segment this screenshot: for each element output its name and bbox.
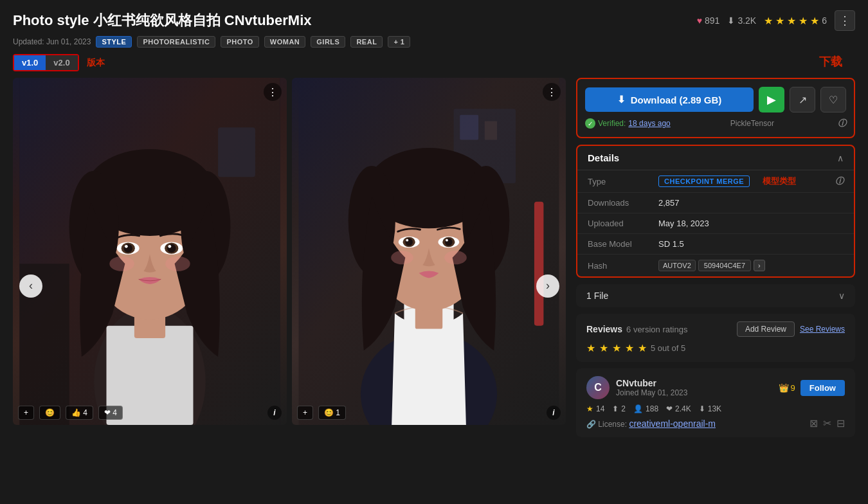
tag-style[interactable]: STYLE bbox=[96, 36, 132, 48]
verified-badge: ✓ Verified: 18 days ago bbox=[585, 118, 671, 129]
author-stats: ★ 14 ⬆ 2 👤 188 ❤ 2.4K bbox=[586, 404, 845, 413]
license-info: 🔗 License: creativeml-openrail-m bbox=[586, 419, 716, 429]
see-reviews-link[interactable]: See Reviews bbox=[800, 325, 845, 334]
svg-rect-25 bbox=[534, 202, 543, 326]
verified-time-link[interactable]: 18 days ago bbox=[628, 119, 670, 128]
author-info: CNvtuber Joined May 01, 2023 bbox=[616, 378, 772, 397]
image1-heart-button[interactable]: ❤ 4 bbox=[98, 406, 123, 420]
review-star-1: ★ bbox=[586, 342, 595, 354]
stat-downloads-icon: ⬇ bbox=[699, 404, 705, 413]
star-3: ★ bbox=[787, 15, 796, 27]
image1-emoji-button[interactable]: 😊 bbox=[39, 406, 60, 420]
svg-point-13 bbox=[124, 244, 133, 253]
tag-woman[interactable]: WOMAN bbox=[264, 36, 306, 48]
detail-row-hash: Hash AUTOV2 509404C4E7 › bbox=[577, 255, 854, 276]
download-section: ⬇ Download (2.89 GB) ▶ ↗ ♡ ✓ Verified: 1… bbox=[576, 78, 855, 138]
image2-menu-button[interactable]: ⋮ bbox=[543, 83, 561, 101]
author-stat-uploads: ⬆ 2 bbox=[612, 404, 626, 413]
license-row: 🔗 License: creativeml-openrail-m ⊠ ✂ ⊟ bbox=[586, 413, 845, 429]
files-title: 1 File bbox=[586, 291, 608, 301]
stat-likes-value: 2.4K bbox=[675, 404, 691, 413]
star-5: ★ bbox=[810, 15, 819, 27]
checkpoint-badge: CHECKPOINT MERGE bbox=[658, 176, 750, 187]
type-info-icon[interactable]: ⓘ bbox=[835, 176, 844, 187]
star-1: ★ bbox=[764, 15, 773, 27]
save-button[interactable]: ♡ bbox=[820, 87, 846, 113]
tag-girls[interactable]: GIRLS bbox=[311, 36, 345, 48]
author-stat-rating: ★ 14 bbox=[586, 404, 604, 413]
star-2: ★ bbox=[775, 15, 784, 27]
pickle-info-icon[interactable]: ⓘ bbox=[838, 118, 846, 129]
image2-info-button[interactable]: i bbox=[547, 406, 561, 420]
svg-point-17 bbox=[167, 244, 176, 253]
download-button[interactable]: ⬇ Download (2.89 GB) bbox=[585, 87, 754, 112]
review-star-3: ★ bbox=[612, 342, 621, 354]
detail-label-downloads: Downloads bbox=[588, 198, 658, 208]
detail-value-uploaded: May 18, 2023 bbox=[658, 219, 844, 228]
hash-value-display: 509404C4E7 bbox=[698, 260, 751, 271]
svg-point-41 bbox=[446, 239, 448, 242]
reviews-subtitle: 6 version ratings bbox=[626, 325, 687, 334]
author-stat-followers: 👤 188 bbox=[633, 404, 658, 413]
image1-info-button[interactable]: i bbox=[267, 406, 282, 420]
image2-emoji-button[interactable]: 😊 1 bbox=[318, 406, 346, 420]
detail-label-type: Type bbox=[588, 177, 658, 186]
model-type-annotation: 模型类型 bbox=[763, 176, 796, 187]
stat-followers-value: 188 bbox=[646, 404, 658, 413]
files-section[interactable]: 1 File ∨ bbox=[576, 284, 855, 307]
reviews-stars-row: ★ ★ ★ ★ ★ 5 out of 5 bbox=[586, 342, 845, 354]
details-chevron-icon: ∧ bbox=[837, 153, 844, 163]
tag-real[interactable]: REAL bbox=[350, 36, 383, 48]
image1-add-button[interactable]: + bbox=[18, 406, 34, 420]
pickle-tensor-label: PickleTensor bbox=[730, 119, 774, 128]
download-stat: ⬇ 3.2K bbox=[727, 15, 756, 26]
carousel-next-button[interactable]: › bbox=[536, 274, 559, 298]
add-review-button[interactable]: Add Review bbox=[737, 321, 795, 337]
author-section: C CNvtuber Joined May 01, 2023 👑 9 Follo… bbox=[576, 368, 855, 437]
tag-photorealistic[interactable]: PHOTOREALISTIC bbox=[137, 36, 215, 48]
version-label: 版本 bbox=[87, 57, 105, 69]
image1-thumbs-button[interactable]: 👍 4 bbox=[66, 406, 93, 420]
tag-more[interactable]: + 1 bbox=[388, 36, 410, 48]
author-stat-likes: ❤ 2.4K bbox=[666, 404, 691, 413]
svg-point-14 bbox=[125, 245, 128, 248]
crown-badge: 👑 9 bbox=[779, 383, 795, 393]
license-link[interactable]: creativeml-openrail-m bbox=[629, 419, 716, 429]
carousel-prev-button[interactable]: ‹ bbox=[19, 274, 42, 298]
author-name: CNvtuber bbox=[616, 378, 772, 388]
download-count-icon: ⬇ bbox=[727, 15, 735, 26]
version-v2-button[interactable]: v2.0 bbox=[46, 55, 77, 70]
detail-row-type: Type CHECKPOINT MERGE 模型类型 ⓘ bbox=[577, 170, 854, 193]
detail-label-base-model: Base Model bbox=[588, 239, 658, 249]
usage-icon-3: ⊟ bbox=[836, 417, 845, 429]
image1-menu-button[interactable]: ⋮ bbox=[264, 83, 282, 101]
crown-icon: 👑 bbox=[779, 383, 789, 393]
stat-rating-value: 14 bbox=[596, 404, 604, 413]
details-header[interactable]: Details ∧ bbox=[577, 146, 854, 170]
svg-rect-23 bbox=[460, 115, 478, 140]
updated-text: Updated: Jun 01, 2023 bbox=[13, 37, 91, 46]
author-stat-downloads: ⬇ 13K bbox=[699, 404, 721, 413]
crown-count: 9 bbox=[791, 383, 795, 393]
image2-add-button[interactable]: + bbox=[297, 406, 313, 420]
license-label: 🔗 License: bbox=[586, 420, 629, 429]
header-menu-button[interactable]: ⋮ bbox=[835, 10, 855, 31]
download-icon: ⬇ bbox=[617, 94, 626, 105]
image1-footer: + 😊 👍 4 ❤ 4 bbox=[18, 406, 123, 420]
detail-value-base-model: SD 1.5 bbox=[658, 239, 844, 249]
play-button[interactable]: ▶ bbox=[759, 87, 784, 113]
usage-icons: ⊠ ✂ ⊟ bbox=[809, 417, 845, 429]
detail-label-hash: Hash bbox=[588, 261, 658, 271]
tag-photo[interactable]: PHOTO bbox=[221, 36, 258, 48]
tags-row: Updated: Jun 01, 2023 STYLE PHOTOREALIST… bbox=[13, 36, 855, 48]
hash-type-badge: AUTOV2 bbox=[658, 260, 696, 271]
detail-row-base-model: Base Model SD 1.5 bbox=[577, 234, 854, 255]
follow-button[interactable]: Follow bbox=[800, 380, 845, 396]
version-v1-button[interactable]: v1.0 bbox=[14, 55, 46, 70]
stat-upload-icon: ⬆ bbox=[612, 404, 619, 413]
hash-expand-button[interactable]: › bbox=[754, 260, 765, 271]
usage-icon-1: ⊠ bbox=[809, 417, 818, 429]
carousel-image-1: ⋮ + 😊 👍 4 ❤ 4 i bbox=[13, 78, 287, 425]
share-button[interactable]: ↗ bbox=[790, 87, 815, 113]
version-selector: v1.0 v2.0 bbox=[13, 54, 79, 71]
